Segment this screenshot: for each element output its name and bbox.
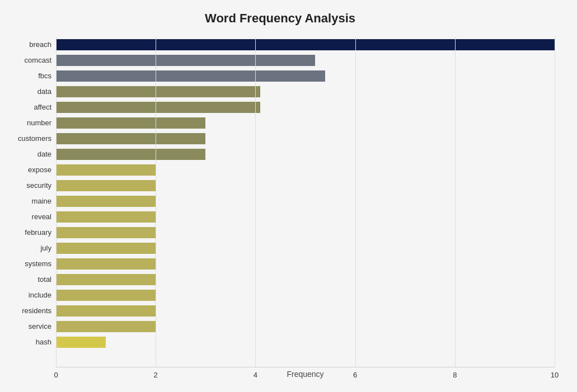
bar-row-include xyxy=(56,287,555,303)
grid-line-6 xyxy=(355,37,356,367)
grid-line-2 xyxy=(156,37,156,367)
bar-row-february xyxy=(56,225,555,240)
x-tick-8: 8 xyxy=(453,371,457,379)
y-label-include: include xyxy=(29,287,51,303)
y-axis-labels: breachcomcastfbcsdataaffectnumbercustome… xyxy=(6,37,56,339)
bar-service xyxy=(56,321,156,332)
bar-data xyxy=(56,86,260,97)
bar-row-systems xyxy=(56,256,555,272)
grid-line-8 xyxy=(455,37,456,367)
y-label-total: total xyxy=(37,272,51,287)
y-label-systems: systems xyxy=(25,256,51,272)
x-tick-6: 6 xyxy=(353,371,357,379)
bar-row-breach xyxy=(56,37,555,53)
y-label-expose: expose xyxy=(28,162,51,178)
bar-total xyxy=(56,274,156,285)
bar-row-reveal xyxy=(56,209,555,225)
bar-row-fbcs xyxy=(56,68,555,84)
bar-row-number xyxy=(56,115,555,131)
bar-february xyxy=(56,227,156,238)
bar-row-residents xyxy=(56,303,555,319)
y-label-affect: affect xyxy=(34,100,51,115)
y-label-residents: residents xyxy=(22,303,51,319)
bar-systems xyxy=(56,258,156,270)
y-label-february: february xyxy=(25,225,51,240)
bar-row-affect xyxy=(56,100,555,115)
bar-row-date xyxy=(56,147,555,162)
x-tick-10: 10 xyxy=(551,371,559,379)
bar-affect xyxy=(56,102,260,113)
x-axis: 0246810 xyxy=(56,367,555,367)
bar-row-hash xyxy=(56,334,555,350)
bar-row-maine xyxy=(56,193,555,209)
bar-expose xyxy=(56,164,156,176)
grid-line-4 xyxy=(255,37,256,367)
bar-july xyxy=(56,243,156,254)
y-label-reveal: reveal xyxy=(32,209,51,225)
bar-row-comcast xyxy=(56,53,555,68)
bars-area xyxy=(56,37,555,367)
bar-comcast xyxy=(56,55,315,66)
y-label-date: date xyxy=(37,147,51,162)
bar-security xyxy=(56,180,156,191)
bar-fbcs xyxy=(56,70,325,82)
y-label-maine: maine xyxy=(32,193,51,209)
chart-container: Word Frequency Analysis breachcomcastfbc… xyxy=(0,0,577,392)
bar-include xyxy=(56,290,156,301)
bar-breach xyxy=(56,39,555,50)
y-label-fbcs: fbcs xyxy=(38,68,51,84)
x-tick-4: 4 xyxy=(254,371,257,379)
bar-row-security xyxy=(56,178,555,193)
bar-reveal xyxy=(56,211,156,223)
y-label-hash: hash xyxy=(36,334,51,350)
bar-number xyxy=(56,117,205,129)
bar-row-expose xyxy=(56,162,555,178)
bar-row-customers xyxy=(56,131,555,147)
grid-line-10 xyxy=(555,37,555,367)
bar-maine xyxy=(56,196,156,207)
y-label-service: service xyxy=(29,319,51,334)
chart-title: Word Frequency Analysis xyxy=(6,11,555,26)
y-label-comcast: comcast xyxy=(25,53,51,68)
bar-row-data xyxy=(56,84,555,100)
y-label-data: data xyxy=(37,84,51,100)
x-tick-0: 0 xyxy=(54,371,58,379)
bar-row-service xyxy=(56,319,555,334)
y-label-july: july xyxy=(40,240,51,256)
y-label-breach: breach xyxy=(29,37,51,53)
bar-row-july xyxy=(56,240,555,256)
y-label-number: number xyxy=(27,115,51,131)
x-axis-label: Frequency xyxy=(56,370,555,379)
y-label-security: security xyxy=(26,178,51,193)
bar-row-total xyxy=(56,272,555,287)
bar-date xyxy=(56,149,205,160)
bar-customers xyxy=(56,133,205,144)
x-tick-2: 2 xyxy=(154,371,158,379)
y-label-customers: customers xyxy=(18,131,51,147)
bar-hash xyxy=(56,337,106,348)
grid-line-0 xyxy=(56,37,57,367)
bar-residents xyxy=(56,305,156,317)
